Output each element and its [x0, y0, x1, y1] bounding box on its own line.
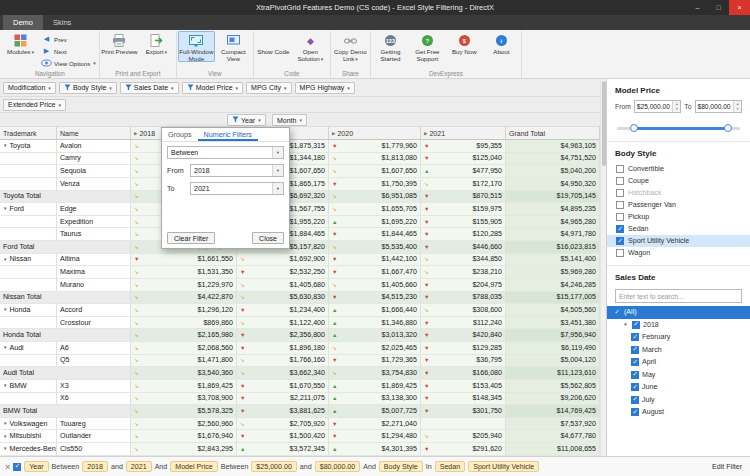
close-filter-icon[interactable]: ×: [5, 462, 10, 472]
pivot-value-cell[interactable]: ▼$1,750,395: [329, 178, 421, 191]
pivot-value-cell[interactable]: $4,505,560: [506, 304, 600, 317]
pivot-value-cell[interactable]: $15,177,005: [506, 292, 600, 305]
pivot-name-cell[interactable]: Maxima: [57, 266, 131, 279]
filter-chip[interactable]: Body Style: [379, 461, 423, 472]
pivot-value-cell[interactable]: ▼$204,975: [421, 279, 506, 292]
sales-date-node-february[interactable]: February: [607, 331, 750, 344]
pivot-value-cell[interactable]: ▼$1,667,470: [329, 266, 421, 279]
pivot-value-cell[interactable]: ▼$3,881,625: [237, 405, 329, 418]
pivot-name-cell[interactable]: Venza: [57, 178, 131, 191]
search-input[interactable]: Enter text to search...: [615, 289, 742, 303]
pivot-value-cell[interactable]: $4,965,280: [506, 216, 600, 229]
pivot-value-cell[interactable]: $6,119,490: [506, 342, 600, 355]
pivot-value-cell[interactable]: ▼$1,896,180: [237, 342, 329, 355]
modules-button[interactable]: Modules▾: [2, 31, 39, 56]
export-button[interactable]: Export▾: [138, 31, 175, 56]
pivot-value-cell[interactable]: ▼$2,356,800: [237, 329, 329, 342]
pivot-name-cell[interactable]: Taurus: [57, 228, 131, 241]
pivot-value-cell[interactable]: ▲$3,138,300: [329, 393, 421, 406]
pivot-value-cell[interactable]: ▼$2,271,040: [329, 418, 421, 431]
filter-field-model-price[interactable]: Model Price▾: [182, 82, 243, 94]
pivot-value-cell[interactable]: ↘$2,165,980: [131, 329, 237, 342]
pivot-value-cell[interactable]: ▼$1,294,480: [329, 430, 421, 443]
pivot-value-cell[interactable]: ↘$172,170: [421, 178, 506, 191]
pivot-value-cell[interactable]: ↘$2,068,560: [131, 342, 237, 355]
pivot-value-cell[interactable]: ↘$344,850: [421, 254, 506, 267]
filter-field-sales-date[interactable]: Sales Date▾: [120, 82, 179, 94]
checkbox[interactable]: [631, 358, 639, 366]
pivot-value-cell[interactable]: ↘$1,813,080: [329, 153, 421, 166]
checkbox[interactable]: [631, 383, 639, 391]
filter-chip[interactable]: 2018: [82, 461, 108, 472]
checkbox[interactable]: [616, 165, 624, 173]
pivot-value-cell[interactable]: ↘$205,940: [421, 430, 506, 443]
pivot-value-cell[interactable]: ▼$1,442,100: [329, 254, 421, 267]
pivot-value-cell[interactable]: ▼$95,355: [421, 140, 506, 153]
pivot-name-cell[interactable]: Q5: [57, 355, 131, 368]
pivot-value-cell[interactable]: ↘$1,676,940: [131, 430, 237, 443]
pivot-value-cell[interactable]: $7,956,940: [506, 329, 600, 342]
prev-button[interactable]: ◀Prev: [39, 34, 98, 44]
pivot-value-cell[interactable]: ↘$4,422,870: [131, 292, 237, 305]
checkbox[interactable]: [616, 237, 624, 245]
column-field-month[interactable]: Month ▾: [272, 114, 307, 126]
sales-date-node-may[interactable]: May: [607, 369, 750, 382]
collapse-icon[interactable]: ▼: [3, 446, 7, 451]
close-button[interactable]: ×: [729, 0, 750, 15]
checkbox[interactable]: [631, 333, 639, 341]
pivot-value-cell[interactable]: $19,705,145: [506, 191, 600, 204]
filter-chip[interactable]: 2021: [126, 461, 152, 472]
pivot-value-cell[interactable]: ▼$112,240: [421, 317, 506, 330]
column-field-year[interactable]: Year ▾: [227, 114, 266, 126]
filter-chip[interactable]: Model Price: [170, 461, 217, 472]
collapse-icon[interactable]: ▼: [3, 434, 7, 439]
pivot-name-cell[interactable]: Sequoia: [57, 165, 131, 178]
pivot-value-cell[interactable]: $4,751,520: [506, 153, 600, 166]
pivot-value-cell[interactable]: $4,971,780: [506, 228, 600, 241]
filter-chip[interactable]: Sport Utility Vehicle: [468, 461, 539, 472]
pivot-name-cell[interactable]: Outlander: [57, 430, 131, 443]
filter-field-body-style[interactable]: Body Style▾: [59, 82, 117, 94]
pivot-name-cell[interactable]: X3: [57, 380, 131, 393]
pivot-value-cell[interactable]: ▼$166,080: [421, 367, 506, 380]
pivot-value-cell[interactable]: ▼$1,779,960: [329, 140, 421, 153]
pivot-name-cell[interactable]: A6: [57, 342, 131, 355]
data-field-extended-price[interactable]: Extended Price ▾: [3, 99, 66, 111]
pivot-value-cell[interactable]: ▼$159,975: [421, 203, 506, 216]
pivot-value-cell[interactable]: $5,141,400: [506, 254, 600, 267]
pivot-name-cell[interactable]: Cls550: [57, 443, 131, 456]
open-solution-button[interactable]: ◆Open Solution▾: [292, 31, 329, 63]
pivot-value-cell[interactable]: ↘$2,705,920: [237, 418, 329, 431]
pivot-value-cell[interactable]: ▼$1,234,400: [237, 304, 329, 317]
price-range-slider[interactable]: [617, 123, 740, 133]
collapse-icon[interactable]: ▼: [3, 257, 7, 262]
spin-down-icon[interactable]: ▼: [673, 107, 680, 113]
pivot-value-cell[interactable]: ↘$308,600: [421, 304, 506, 317]
pivot-value-cell[interactable]: ↘$1,531,350: [131, 266, 237, 279]
pivot-value-cell[interactable]: ▼$2,532,250: [237, 266, 329, 279]
collapse-icon[interactable]: ▼: [3, 383, 7, 388]
pivot-name-cell[interactable]: Accord: [57, 304, 131, 317]
compact-view-button[interactable]: Compact View: [215, 31, 252, 62]
pivot-value-cell[interactable]: ▼$870,515: [421, 191, 506, 204]
pivot-value-cell[interactable]: ↘$1,229,970: [131, 279, 237, 292]
pivot-name-cell[interactable]: Avalon: [57, 140, 131, 153]
spinner[interactable]: ▲▼: [672, 101, 680, 112]
getting-started-button[interactable]: 123Getting Started: [372, 31, 409, 62]
pivot-value-cell[interactable]: ↘$3,662,340: [237, 367, 329, 380]
pivot-value-cell[interactable]: $5,562,805: [506, 380, 600, 393]
body-style-option-pickup[interactable]: Pickup: [607, 211, 750, 223]
pivot-value-cell[interactable]: $4,950,320: [506, 178, 600, 191]
collapse-icon[interactable]: ▼: [3, 307, 7, 312]
sales-date-node-april[interactable]: April: [607, 356, 750, 369]
collapse-icon[interactable]: ▼: [3, 143, 7, 148]
spin-down-icon[interactable]: ▼: [734, 107, 741, 113]
pivot-value-cell[interactable]: ▼$788,035: [421, 292, 506, 305]
pivot-value-cell[interactable]: ▲$477,950: [421, 165, 506, 178]
pivot-value-cell[interactable]: ▼$291,620: [421, 443, 506, 456]
pivot-trademark-cell[interactable]: ▼Honda: [0, 304, 57, 317]
body-style-option-sedan[interactable]: Sedan: [607, 223, 750, 235]
pivot-value-cell[interactable]: ▲$1,666,440: [329, 304, 421, 317]
filter-chip[interactable]: Year: [24, 461, 48, 472]
pivot-value-cell[interactable]: ▼$148,345: [421, 393, 506, 406]
